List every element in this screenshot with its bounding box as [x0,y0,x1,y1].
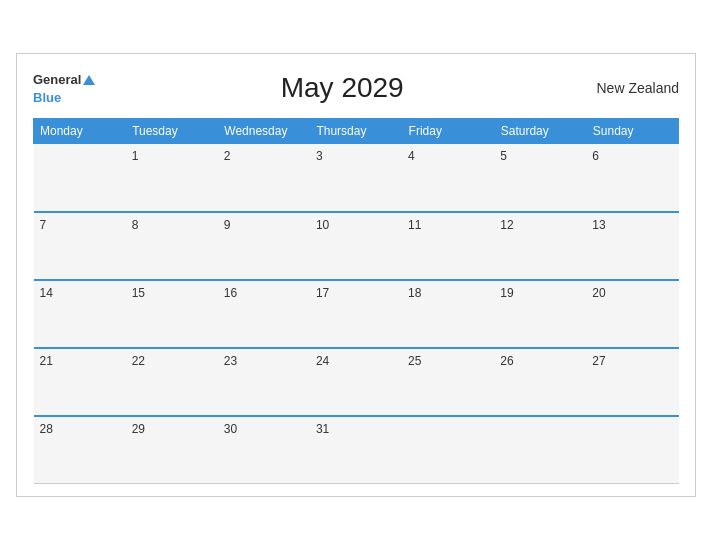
calendar-day-cell: 13 [586,212,678,280]
day-number: 1 [132,149,139,163]
weekday-header: Saturday [494,119,586,144]
day-number: 16 [224,286,237,300]
day-number: 8 [132,218,139,232]
calendar-day-cell: 29 [126,416,218,484]
day-number: 3 [316,149,323,163]
calendar-day-cell: 9 [218,212,310,280]
calendar-day-cell: 6 [586,144,678,212]
weekday-header: Wednesday [218,119,310,144]
country-label: New Zealand [589,80,679,96]
day-number: 23 [224,354,237,368]
calendar-day-cell: 8 [126,212,218,280]
day-number: 13 [592,218,605,232]
day-number: 25 [408,354,421,368]
calendar-day-cell: 25 [402,348,494,416]
calendar-day-cell: 18 [402,280,494,348]
calendar-day-cell: 27 [586,348,678,416]
calendar-day-cell: 12 [494,212,586,280]
weekday-header: Tuesday [126,119,218,144]
logo-triangle-icon [83,75,95,85]
calendar-day-cell: 1 [126,144,218,212]
day-number: 6 [592,149,599,163]
calendar-day-cell: 21 [34,348,126,416]
weekday-header: Sunday [586,119,678,144]
day-number: 19 [500,286,513,300]
calendar-day-cell: 14 [34,280,126,348]
day-number: 28 [40,422,53,436]
calendar-week-row: 28293031 [34,416,679,484]
weekday-header: Monday [34,119,126,144]
calendar-title: May 2029 [95,72,589,104]
day-number: 27 [592,354,605,368]
day-number: 4 [408,149,415,163]
calendar-week-row: 123456 [34,144,679,212]
day-number: 26 [500,354,513,368]
day-number: 18 [408,286,421,300]
logo-line1: General [33,70,95,88]
calendar-day-cell: 23 [218,348,310,416]
logo-area: General Blue [33,70,95,106]
calendar-day-cell: 7 [34,212,126,280]
calendar-day-cell: 2 [218,144,310,212]
day-number: 21 [40,354,53,368]
calendar-day-cell: 5 [494,144,586,212]
day-number: 11 [408,218,421,232]
logo-blue-text: Blue [33,90,61,105]
calendar-day-cell: 28 [34,416,126,484]
calendar-day-cell: 26 [494,348,586,416]
day-number: 17 [316,286,329,300]
calendar-day-cell: 3 [310,144,402,212]
logo-general-text: General [33,72,81,87]
day-number: 2 [224,149,231,163]
calendar-week-row: 14151617181920 [34,280,679,348]
day-number: 5 [500,149,507,163]
calendar-day-cell [494,416,586,484]
calendar-day-cell: 20 [586,280,678,348]
day-number: 12 [500,218,513,232]
day-number: 10 [316,218,329,232]
day-number: 31 [316,422,329,436]
calendar-header: General Blue May 2029 New Zealand [33,70,679,106]
calendar-container: General Blue May 2029 New Zealand Monday… [16,53,696,497]
weekday-header: Thursday [310,119,402,144]
calendar-day-cell: 22 [126,348,218,416]
calendar-day-cell: 15 [126,280,218,348]
day-number: 24 [316,354,329,368]
calendar-day-cell [402,416,494,484]
calendar-day-cell: 30 [218,416,310,484]
day-number: 29 [132,422,145,436]
calendar-day-cell: 19 [494,280,586,348]
calendar-day-cell: 4 [402,144,494,212]
calendar-day-cell: 11 [402,212,494,280]
calendar-day-cell [586,416,678,484]
day-number: 15 [132,286,145,300]
day-number: 9 [224,218,231,232]
calendar-day-cell: 10 [310,212,402,280]
calendar-week-row: 78910111213 [34,212,679,280]
calendar-day-cell: 24 [310,348,402,416]
weekday-header-row: MondayTuesdayWednesdayThursdayFridaySatu… [34,119,679,144]
day-number: 22 [132,354,145,368]
calendar-day-cell: 17 [310,280,402,348]
weekday-header: Friday [402,119,494,144]
day-number: 14 [40,286,53,300]
calendar-day-cell: 16 [218,280,310,348]
day-number: 20 [592,286,605,300]
calendar-week-row: 21222324252627 [34,348,679,416]
calendar-day-cell [34,144,126,212]
calendar-day-cell: 31 [310,416,402,484]
day-number: 7 [40,218,47,232]
day-number: 30 [224,422,237,436]
calendar-grid: MondayTuesdayWednesdayThursdayFridaySatu… [33,118,679,484]
